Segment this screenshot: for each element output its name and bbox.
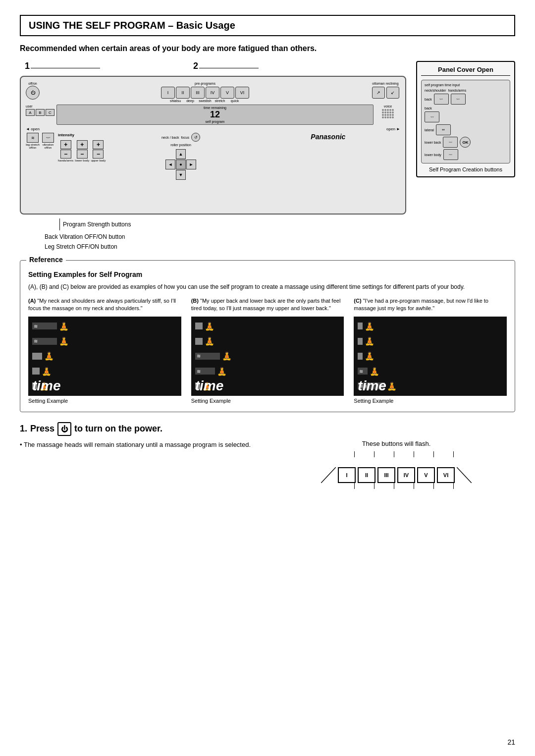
right-slash-svg <box>457 467 472 483</box>
nav-down-btn[interactable]: ▼ <box>176 170 186 180</box>
step-number: 1. <box>20 424 27 434</box>
intensity-group: + − hands/arms + − lower body + <box>58 140 106 162</box>
lower-body-btn[interactable]: 〰 <box>443 149 458 160</box>
bar-a3-light <box>32 353 42 360</box>
intensity-col-upper: + − upper body <box>91 140 106 162</box>
back-section-label: back <box>425 107 507 110</box>
intensity-minus-upper[interactable]: − <box>93 150 104 159</box>
back-label-cover: back <box>425 98 432 101</box>
example-b-label: (B) <box>191 298 199 304</box>
user-btn-a[interactable]: A <box>26 109 35 116</box>
bar-c1-light <box>358 323 363 329</box>
voice-dot <box>389 109 391 111</box>
intensity-plus-upper[interactable]: + <box>93 140 104 149</box>
hands-arms-btn[interactable]: 〰 <box>451 94 466 105</box>
user-btn-c[interactable]: C <box>46 109 54 116</box>
tick-line-6-bot <box>453 483 454 489</box>
body-icon-a2: 🧘 <box>59 336 69 346</box>
examples-row: (A) "My neck and shoulders are always pa… <box>28 297 507 404</box>
panel-row2: user A B C time remaining 12 self progra… <box>26 105 400 125</box>
time-label-a: time <box>32 378 61 394</box>
intensity-minus-hands[interactable]: − <box>60 150 71 159</box>
page-subtitle: Recommended when certain areas of your b… <box>20 44 515 53</box>
lateral-label: lateral <box>425 128 434 132</box>
time-display: 12 <box>210 109 220 120</box>
leg-stretch-label: Leg Stretch OFF/ON button <box>45 242 406 250</box>
vibration-btn[interactable]: 〰 <box>42 133 54 143</box>
time-remaining-label: time remaining <box>204 106 226 109</box>
nav-left-btn[interactable]: ◄ <box>165 160 175 169</box>
vibration-btn-group: 〰 vibration off/on <box>41 133 55 149</box>
panel-top-area: off/on ⏻ pre-programs I II III IV V VI <box>26 82 400 103</box>
cover-row-1: back 〰 〰 <box>425 94 507 105</box>
roman-labels-row: shiatsu deep swedish stretch quick <box>42 99 369 103</box>
setting-example-b-label: Setting Example <box>191 398 344 404</box>
nav-up-btn[interactable]: ▲ <box>176 149 186 159</box>
body-icon-c1: 🧘 <box>365 322 374 331</box>
tick-line-4-bot <box>414 483 414 489</box>
svg-line-0 <box>321 467 336 483</box>
ottoman-btn-1[interactable]: ↗ <box>372 87 385 99</box>
focus-btn[interactable]: ↺ <box>191 133 200 142</box>
voice-dot <box>382 109 384 111</box>
intensity-plus-hands[interactable]: + <box>60 140 71 149</box>
nav-right-btn[interactable]: ► <box>186 160 196 169</box>
tick-line-5-top <box>433 451 434 457</box>
pre-programs-section: pre-programs I II III IV V VI shiatsu de… <box>42 82 369 103</box>
bottom-labels: Program Strength buttons Back Vibration … <box>20 218 406 250</box>
press-bullet-text: The massage heads will remain stationary… <box>24 441 251 448</box>
offon-section: off/on ⏻ <box>26 82 40 100</box>
label-swedish: swedish <box>198 99 212 103</box>
label-quick: quick <box>228 99 242 103</box>
preprograms-label: pre-programs <box>42 82 369 86</box>
intensity-minus-lower[interactable]: − <box>77 150 88 159</box>
ok-btn[interactable]: OK <box>460 137 471 148</box>
offon-button[interactable]: ⏻ <box>26 86 40 100</box>
right-slash <box>457 467 472 483</box>
roller-label-row: neck / back focus ↺ <box>161 133 200 142</box>
example-c-col: (C) "I've had a pre-program massage, but… <box>354 297 507 404</box>
diagram-row-a1: ≋ 🧘 <box>32 321 177 332</box>
flash-btn-6: VI <box>437 467 455 483</box>
user-section: user A B C <box>26 105 54 125</box>
panasonic-logo: Panasonic <box>311 133 345 141</box>
panel-cover-box: Panel Cover Open self program time input… <box>416 61 515 177</box>
roman-btn-5[interactable]: V <box>220 87 234 99</box>
example-a-body: "My neck and shoulders are always partic… <box>28 298 176 311</box>
leg-stretch-btn-group: ≋ leg stretch off/on <box>26 133 40 149</box>
voice-label: voice <box>384 105 392 108</box>
roman-btn-2[interactable]: II <box>176 87 190 99</box>
roman-btn-6[interactable]: VI <box>235 87 249 99</box>
tick-b1 <box>345 483 363 489</box>
roman-btn-3[interactable]: III <box>191 87 205 99</box>
roman-btn-1[interactable]: I <box>161 87 175 99</box>
voice-dot <box>382 116 384 118</box>
intensity-label: intensity <box>58 133 106 137</box>
leg-stretch-btn[interactable]: ≋ <box>27 133 39 143</box>
diagram-row-a2: ≋ 🧘 <box>32 335 177 347</box>
intensity-plus-lower[interactable]: + <box>77 140 88 149</box>
nav-cross: ▲ ◄ ● ► ▼ <box>165 149 196 180</box>
flash-btn-1: I <box>338 467 356 483</box>
lateral-btn[interactable]: ⇔ <box>436 124 451 135</box>
nav-center-btn[interactable]: ● <box>176 160 186 169</box>
diagram-row-b3: ≋ 🧘 <box>195 350 340 362</box>
tick-marks-bottom <box>330 483 462 489</box>
hands-arms-label: hands/arms <box>58 159 73 162</box>
voice-dot <box>392 111 394 113</box>
neck-shoulder-btn[interactable]: 〰 <box>434 94 449 105</box>
back-btn[interactable]: 〰 <box>425 111 439 122</box>
program-strength-text: Program Strength buttons <box>63 221 131 228</box>
roman-btn-4[interactable]: IV <box>206 87 219 99</box>
bar-b1-light <box>195 323 203 329</box>
press-text: Press <box>30 424 54 434</box>
press-content: • The massage heads will remain stationa… <box>20 440 515 489</box>
tick-2 <box>365 451 383 457</box>
diagram-label-1: 1 <box>25 61 30 71</box>
user-btn-b[interactable]: B <box>36 109 45 116</box>
tick-line-6-top <box>453 451 454 457</box>
lower-back-label: lower back <box>425 141 441 144</box>
ottoman-btn-2[interactable]: ↙ <box>386 87 399 99</box>
nav-empty-br <box>186 170 196 180</box>
lower-back-btn[interactable]: 〰 <box>443 137 458 148</box>
